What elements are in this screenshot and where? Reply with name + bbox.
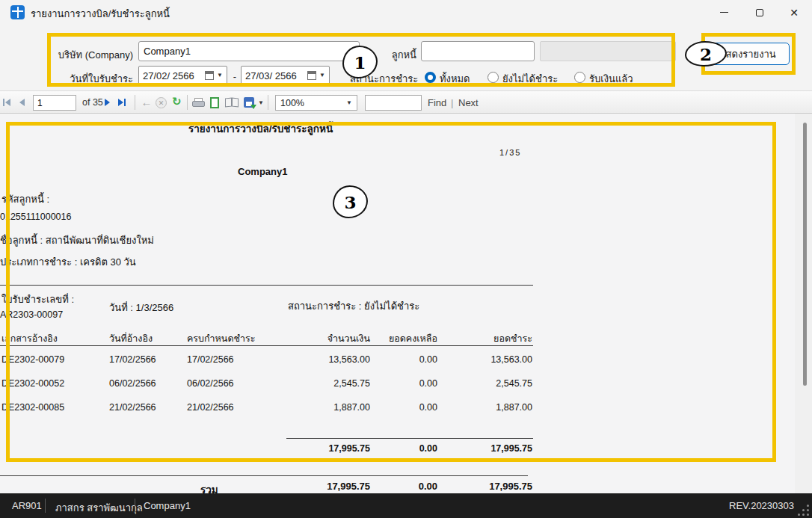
page-count-label: of 35 [82,97,103,108]
subtotal-amount: 17,995.75 [284,443,370,454]
radio-all[interactable] [425,72,436,83]
find-input[interactable] [365,95,422,111]
table-cell: DE2302-00052 [1,378,64,389]
table-cell: 2,545.75 [284,378,370,389]
print-layout-icon [210,97,219,108]
radio-all-label[interactable]: ทั้งหมด [440,71,470,87]
close-icon: ✕ [790,7,799,18]
calendar-icon [307,71,316,80]
date-from-picker[interactable]: 27/02/ 2566 ▼ [138,66,227,85]
maximize-button[interactable] [742,0,777,25]
table-cell: DE2302-00079 [1,354,64,365]
payment-type-line: ประเภทการชำระ : เครดิต 30 วัน [0,254,136,270]
date-from-value: 27/02/ 2566 [143,70,202,81]
previous-page-icon [19,99,25,106]
print-layout-button[interactable] [210,97,219,108]
column-header: วันที่อ้างอิง [109,331,153,346]
printer-icon [192,98,205,108]
last-page-button[interactable] [118,99,126,106]
column-header: ครบกำหนดชำระ [187,331,255,346]
zoom-value: 100% [280,98,304,108]
first-page-button[interactable] [3,99,10,106]
toolbar-separator [187,95,188,110]
date-to-value: 27/03/ 2566 [245,70,304,81]
save-icon [244,97,254,108]
debtor-search-input[interactable] [421,41,535,61]
maximize-icon [756,9,763,16]
find-next-separator: | [451,97,453,108]
scrollbar-thumb[interactable] [803,123,807,386]
previous-page-button[interactable] [19,99,25,106]
radio-paid-label[interactable]: รับเงินแล้ว [589,71,633,87]
company-input[interactable] [138,41,360,61]
radio-unpaid[interactable] [487,72,499,83]
table-cell: 06/02/2566 [109,378,156,389]
minimize-icon [720,12,728,13]
zoom-select[interactable]: 100% ▼ [275,95,357,111]
debtor-name-line: ชื่อลูกหนี้ : สถานีพัฒนาที่ดินเชียงใหม่ [0,232,154,248]
column-header: เอกสารอ้างอิง [1,331,58,346]
receipt-date: วันที่ : 1/3/2566 [109,300,173,315]
close-button[interactable]: ✕ [777,0,811,25]
debtor-code-label: รหัสลูกหนี้ : [1,191,49,207]
receipt-no-label: ใบรับชำระเลขที่ : [1,292,74,307]
report-toolbar: of 35 ← ✕ ↻ ▼ [0,90,812,114]
chevron-down-icon[interactable]: ▼ [319,73,325,78]
first-page-icon [5,99,10,106]
report-divider [0,285,533,286]
page-setup-button[interactable] [225,98,239,107]
resize-grip[interactable] [799,505,809,515]
page-number-input[interactable] [33,95,76,111]
app-window: รายงานการวางบิล/รับชำระลูกหนี้ ✕ บริษัท … [0,0,812,518]
title-bar: รายงานการวางบิล/รับชำระลูกหนี้ ✕ [0,0,812,25]
report-page-indicator: 1/35 [499,148,521,157]
report-company: Company1 [238,166,287,177]
back-button[interactable]: ← [139,96,154,108]
export-dropdown[interactable]: ▼ [258,100,264,106]
chevron-down-icon[interactable]: ▼ [217,73,223,78]
total-amount: 17,995.75 [284,481,370,492]
radio-paid[interactable] [574,72,585,83]
stop-button[interactable]: ✕ [156,97,167,108]
table-cell: 06/02/2566 [187,378,234,389]
user-name: ภาสกร สราพัฒนากุล [55,500,143,516]
debtor-label: ลูกหนี้ [378,47,416,63]
statusbar-separator [135,499,135,513]
debtor-search-field[interactable] [426,46,558,57]
next-button[interactable]: Next [458,97,479,108]
toolbar-separator [268,95,268,110]
program-code: AR901 [12,500,42,511]
company-label: บริษัท (Company) [45,47,133,63]
filter-form: บริษัท (Company) ลูกหนี้ วันที่ใบรับชำระ… [0,25,812,90]
minimize-button[interactable] [707,0,741,25]
date-to-picker[interactable]: 27/03/ 2566 ▼ [241,66,330,85]
table-cell: DE2302-00085 [1,402,64,413]
table-cell: 1,887.00 [284,402,370,413]
table-cell: 1,887.00 [449,402,532,413]
page-setup-icon [225,98,239,107]
debtor-name-readonly-field [540,41,676,61]
column-header: จำนวนเงิน [284,331,370,346]
table-cell: 2,545.75 [449,378,532,389]
radio-unpaid-label[interactable]: ยังไม่ได้ชำระ [502,71,558,87]
statusbar-company: Company1 [144,500,191,511]
table-cell: 21/02/2566 [109,402,156,413]
export-button[interactable] [244,97,254,108]
subtotal-divider [286,438,533,439]
print-button[interactable] [192,98,205,108]
table-cell: 0.00 [366,354,437,365]
find-button[interactable]: Find [428,97,446,108]
chevron-down-icon: ▼ [258,100,264,106]
subtotal-paid: 17,995.75 [449,443,532,454]
next-page-button[interactable] [105,99,110,106]
status-bar: AR901 ภาสกร สราพัฒนากุล Company1 REV.202… [0,493,812,518]
toolbar-separator [135,95,135,110]
total-balance: 0.00 [366,481,437,492]
refresh-button[interactable]: ↻ [172,95,182,108]
column-header: ยอดชำระ [449,331,532,346]
stop-icon: ✕ [156,97,167,108]
column-header: ยอดคงเหลือ [366,331,437,346]
annotation-circle-3: 3 [333,185,368,218]
table-cell: 13,563.00 [284,354,370,365]
table-cell: 21/02/2566 [187,402,234,413]
